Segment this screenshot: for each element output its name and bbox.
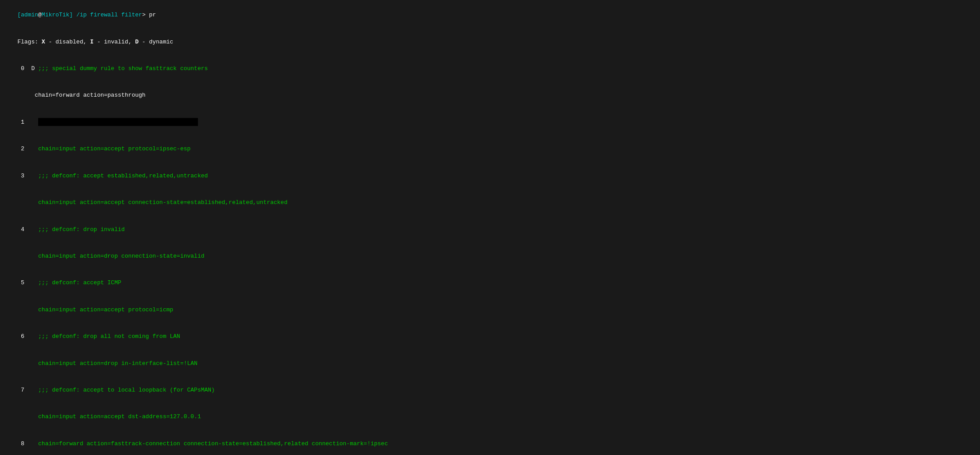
prompt-space: [73, 12, 76, 18]
rule-5-indent: [17, 306, 38, 313]
rule-6-chain-text: chain=input action=drop in-interface-lis…: [38, 360, 198, 367]
rule-5-num: 5: [17, 279, 38, 286]
rule-6-comment-text: ;;; defconf: drop all not coming from LA…: [38, 333, 180, 340]
rule-3-indent: [17, 199, 38, 206]
rule-3-num: 3: [17, 173, 38, 179]
rule-6-comment: 6 ;;; defconf: drop all not coming from …: [4, 323, 976, 350]
rule-5-chain-text: chain=input action=accept protocol=icmp: [38, 306, 173, 313]
rule-8-chain-text: chain=forward action=fasttrack-connectio…: [38, 440, 388, 447]
rule-5-comment-text: ;;; defconf: accept ICMP: [38, 279, 121, 286]
rule-3-chain-text: chain=input action=accept connection-sta…: [38, 199, 288, 206]
rule-8-line: 8 chain=forward action=fasttrack-connect…: [4, 431, 976, 455]
rule-2-line: 2 chain=input action=accept protocol=ips…: [4, 136, 976, 162]
flags-rest: - disabled,: [45, 39, 90, 45]
prompt-command-path: /ip firewall filter: [76, 12, 142, 18]
rule-6-chain: chain=input action=drop in-interface-lis…: [4, 350, 976, 377]
rule-0-chain-text: chain=forward action=passthrough: [17, 92, 146, 98]
rule-7-chain: chain=input action=accept dst-address=12…: [4, 404, 976, 430]
rule-4-comment-text: ;;; defconf: drop invalid: [38, 226, 125, 233]
prompt-at: @: [38, 12, 42, 18]
rule-3-comment: 3 ;;; defconf: accept established,relate…: [4, 163, 976, 189]
rule-0-comment-text: ;;; special dummy rule to show fasttrack…: [38, 65, 208, 72]
flag-i: I: [90, 39, 94, 45]
rule-7-indent: [17, 413, 38, 420]
prompt-host: MikroTik: [42, 12, 69, 18]
flags-invalid: - invalid,: [94, 39, 135, 45]
rule-5-comment: 5 ;;; defconf: accept ICMP: [4, 270, 976, 296]
flags-text: Flags:: [17, 39, 42, 45]
prompt-admin: admin: [21, 12, 38, 18]
initial-cmd: pr: [149, 12, 156, 18]
prompt-bracket-close: ]: [69, 12, 73, 18]
rule-0-flag-d: D: [31, 65, 38, 72]
rule-0-comment: 0 D ;;; special dummy rule to show fastt…: [4, 55, 976, 82]
rule-7-comment: 7 ;;; defconf: accept to local loopback …: [4, 377, 976, 404]
rule-3-chain: chain=input action=accept connection-sta…: [4, 189, 976, 216]
rule-7-num: 7: [17, 387, 38, 393]
rule-3-comment-text: ;;; defconf: accept established,related,…: [38, 173, 208, 179]
rule-5-chain: chain=input action=accept protocol=icmp: [4, 297, 976, 323]
rule-7-comment-text: ;;; defconf: accept to local loopback (f…: [38, 387, 215, 393]
flag-x: X: [42, 39, 45, 45]
rule-2-chain-input: chain=input action=accept protocol=ipsec…: [38, 145, 190, 152]
rule-4-chain-text: chain=input action=drop connection-state…: [38, 253, 204, 259]
rule-2-num: 2: [17, 145, 38, 152]
rule-0-num: 0: [17, 65, 31, 72]
prompt-arrow: >: [142, 12, 149, 18]
rule-6-num: 6: [17, 333, 38, 340]
rule-1-redacted: [38, 118, 198, 126]
terminal-window: [admin@MikroTik] /ip firewall filter> pr…: [0, 0, 980, 455]
flags-dynamic: - dynamic: [138, 39, 173, 45]
rule-6-indent: [17, 360, 38, 367]
rule-7-chain-text: chain=input action=accept dst-address=12…: [38, 413, 201, 420]
rule-1-num: 1: [17, 119, 38, 126]
prompt-bracket-open: [: [17, 12, 21, 18]
rule-4-num: 4: [17, 226, 38, 233]
rule-4-chain: chain=input action=drop connection-state…: [4, 243, 976, 270]
rule-4-indent: [17, 253, 38, 259]
rule-0-chain: chain=forward action=passthrough: [4, 82, 976, 109]
rule-4-comment: 4 ;;; defconf: drop invalid: [4, 216, 976, 243]
initial-command-line: [admin@MikroTik] /ip firewall filter> pr: [4, 2, 976, 28]
rule-1-line: 1: [4, 109, 976, 136]
flags-line: Flags: X - disabled, I - invalid, D - dy…: [4, 28, 976, 55]
rule-8-num: 8: [17, 440, 38, 447]
